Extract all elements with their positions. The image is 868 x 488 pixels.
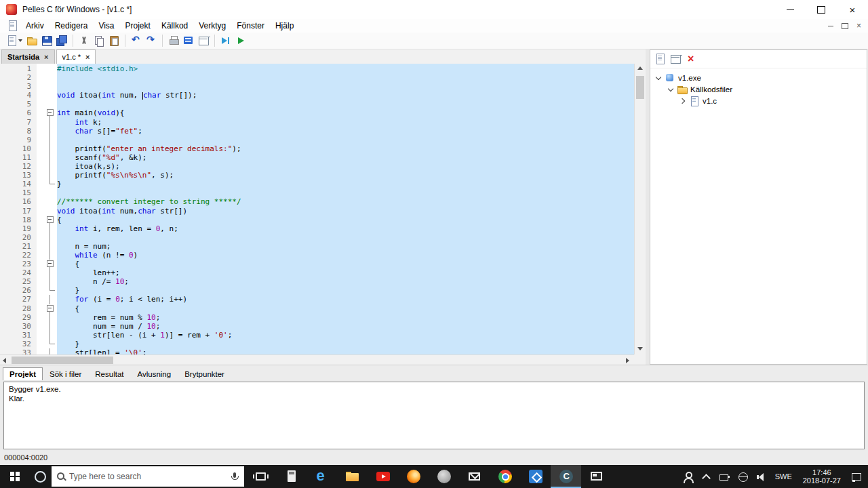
editor-line[interactable]: 9 — [0, 136, 634, 144]
open-button[interactable] — [24, 33, 39, 48]
gimp-app[interactable] — [429, 465, 459, 488]
people-icon[interactable] — [682, 471, 694, 483]
window-app[interactable] — [581, 465, 612, 488]
expand-icon[interactable] — [679, 97, 687, 105]
undo-button[interactable] — [129, 33, 144, 48]
calculator-app[interactable] — [276, 465, 307, 488]
editor-line[interactable]: 10 printf("enter an integer decimals:"); — [0, 144, 634, 153]
run-button[interactable] — [233, 33, 248, 48]
menu-file[interactable]: Arkiv — [20, 19, 50, 33]
fold-toggle[interactable] — [37, 304, 57, 313]
editor-vertical-scrollbar[interactable] — [634, 64, 646, 354]
vertical-scroll-thumb[interactable] — [636, 76, 644, 99]
paste-button[interactable] — [106, 33, 121, 48]
menu-project[interactable]: Projekt — [120, 19, 156, 33]
cut-button[interactable] — [77, 33, 92, 48]
mdi-restore-button[interactable] — [842, 23, 848, 29]
editor-line[interactable]: 4void itoa(int num, char str[]); — [0, 91, 634, 100]
output-tab-search-files[interactable]: Sök i filer — [43, 367, 88, 380]
window-list-button[interactable] — [166, 33, 181, 48]
editor-line[interactable]: 24 len++; — [0, 268, 634, 277]
code-editor[interactable]: 1#include <stdio.h>234void itoa(int num,… — [0, 64, 634, 354]
project-options-button[interactable] — [196, 33, 211, 48]
editor-line[interactable]: 31 str[len - (i + 1)] = rem + '0'; — [0, 331, 634, 340]
editor-line[interactable]: 26 } — [0, 286, 634, 295]
microphone-icon[interactable] — [229, 471, 240, 482]
mdi-close-button[interactable]: × — [856, 22, 861, 30]
editor-line[interactable]: 13 printf("%s\n%s\n", s); — [0, 171, 634, 180]
cortana-button[interactable] — [31, 465, 50, 488]
editor-line[interactable]: 23 { — [0, 260, 634, 268]
redo-button[interactable] — [144, 33, 159, 48]
editor-line[interactable]: 19 int i, rem, len = 0, n; — [0, 224, 634, 233]
scroll-up-arrow[interactable] — [635, 64, 646, 74]
code-app[interactable] — [520, 465, 551, 488]
taskbar-clock[interactable]: 17:46 2018-07-27 — [803, 468, 841, 485]
save-all-button[interactable] — [54, 33, 69, 48]
save-button[interactable] — [39, 33, 54, 48]
editor-line[interactable]: 17void itoa(int num,char str[]) — [0, 207, 634, 216]
youtube-app[interactable] — [368, 465, 398, 488]
editor-line[interactable]: 30 num = num / 10; — [0, 322, 634, 331]
editor-line[interactable]: 27 for (i = 0; i < len; i++) — [0, 295, 634, 304]
menu-source[interactable]: Källkod — [156, 19, 193, 33]
battery-icon[interactable] — [719, 471, 730, 483]
maximize-button[interactable] — [806, 0, 837, 19]
new-file-button[interactable] — [4, 33, 24, 48]
editor-line[interactable]: 7 int k; — [0, 118, 634, 127]
editor-line[interactable]: 2 — [0, 73, 634, 82]
copy-button[interactable] — [92, 33, 106, 48]
tab-v1c[interactable]: v1.c *× — [56, 49, 96, 64]
task-view-button[interactable] — [245, 465, 276, 488]
tree-item-v1c[interactable]: v1.c — [650, 95, 867, 106]
tab-close-icon[interactable]: × — [44, 53, 48, 61]
output-tab-result[interactable]: Resultat — [88, 367, 130, 380]
compile-button[interactable] — [181, 33, 196, 48]
scroll-left-arrow[interactable] — [0, 355, 11, 365]
editor-line[interactable]: 8 char s[]="fet"; — [0, 127, 634, 136]
scroll-right-arrow[interactable] — [623, 355, 634, 365]
editor-line[interactable]: 33 str[len] = '\0'; — [0, 348, 634, 354]
minimize-button[interactable] — [774, 0, 806, 19]
language-indicator[interactable]: SWE — [775, 472, 792, 481]
editor-line[interactable]: 1#include <stdio.h> — [0, 64, 634, 73]
tray-expand-icon[interactable] — [701, 471, 712, 483]
start-button[interactable] — [0, 465, 31, 488]
menu-tools[interactable]: Verktyg — [193, 19, 231, 33]
collapse-icon[interactable] — [654, 74, 663, 82]
chrome-app[interactable] — [490, 465, 520, 488]
tab-start-page[interactable]: Startsida× — [1, 49, 55, 64]
file-explorer-app[interactable] — [337, 465, 368, 488]
editor-line[interactable]: 5 — [0, 100, 634, 108]
mdi-minimize-button[interactable] — [828, 26, 833, 26]
editor-line[interactable]: 21 n = num; — [0, 242, 634, 251]
panel-close-button[interactable] — [686, 54, 696, 64]
output-tab-debug[interactable]: Avlusning — [130, 367, 178, 380]
panel-view-button[interactable] — [670, 54, 681, 64]
editor-line[interactable]: 3 — [0, 82, 634, 91]
panel-doc-button[interactable] — [654, 54, 665, 64]
editor-horizontal-scrollbar[interactable] — [0, 354, 634, 365]
tab-close-icon[interactable]: × — [85, 53, 90, 61]
document-icon[interactable] — [7, 20, 18, 31]
fold-toggle[interactable] — [37, 260, 57, 268]
fold-toggle[interactable] — [37, 108, 57, 117]
firefox-app[interactable] — [398, 465, 429, 488]
debug-button[interactable] — [218, 33, 233, 48]
menu-edit[interactable]: Redigera — [50, 19, 94, 33]
fold-toggle[interactable] — [37, 216, 57, 224]
edge-app[interactable] — [307, 465, 337, 488]
taskbar-search-input[interactable] — [66, 472, 229, 481]
scroll-down-arrow[interactable] — [635, 344, 646, 354]
tree-item-v1exe[interactable]: v1.exe — [650, 72, 867, 83]
editor-line[interactable]: 16//****** convert integer to string ***… — [0, 197, 634, 206]
editor-line[interactable]: 11 scanf("%d", &k); — [0, 153, 634, 162]
horizontal-scroll-thumb[interactable] — [12, 357, 113, 364]
taskbar-search[interactable] — [52, 466, 244, 487]
editor-line[interactable]: 29 rem = num % 10; — [0, 313, 634, 322]
network-icon[interactable] — [737, 471, 749, 483]
editor-line[interactable]: 6int main(void){ — [0, 108, 634, 117]
menu-window[interactable]: Fönster — [231, 19, 270, 33]
mail-app[interactable] — [459, 465, 490, 488]
editor-line[interactable]: 25 n /= 10; — [0, 277, 634, 286]
